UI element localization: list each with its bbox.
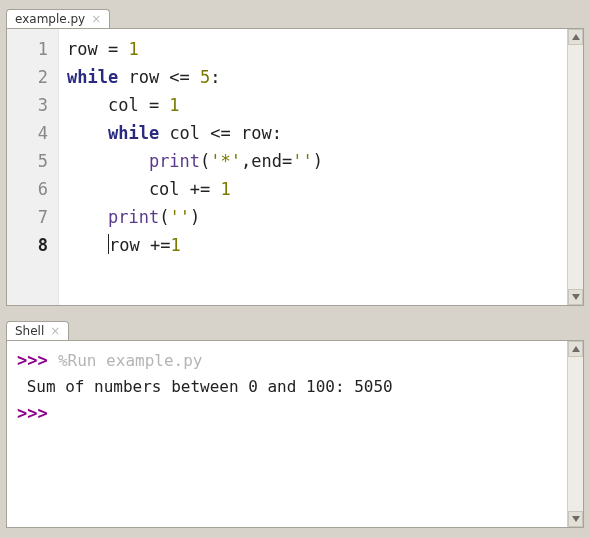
scroll-up-button[interactable] <box>568 29 583 45</box>
close-icon[interactable]: × <box>50 325 60 337</box>
line-number: 8 <box>7 231 48 259</box>
shell-line: >>> <box>17 400 557 427</box>
editor-scrollbar[interactable] <box>567 29 583 305</box>
shell-pane: Shell × >>> %Run example.py Sum of numbe… <box>0 312 590 534</box>
scroll-up-button[interactable] <box>568 341 583 357</box>
code-line[interactable]: print('') <box>67 203 559 231</box>
code-line[interactable]: col = 1 <box>67 91 559 119</box>
shell-output-area[interactable]: >>> %Run example.py Sum of numbers betwe… <box>7 341 567 527</box>
shell-line: Sum of numbers between 0 and 100: 5050 <box>17 374 557 400</box>
shell-line: >>> %Run example.py <box>17 347 557 374</box>
shell-tabrow: Shell × <box>6 316 584 340</box>
line-number: 4 <box>7 119 48 147</box>
shell-tab-label: Shell <box>15 324 44 338</box>
shell-prompt[interactable]: >>> <box>17 403 58 423</box>
editor-pane: example.py × 12345678 row = 1while row <… <box>0 0 590 312</box>
line-number: 6 <box>7 175 48 203</box>
code-line[interactable]: while row <= 5: <box>67 63 559 91</box>
shell-output: Sum of numbers between 0 and 100: 5050 <box>17 377 393 396</box>
chevron-down-icon <box>572 294 580 300</box>
scroll-down-button[interactable] <box>568 289 583 305</box>
code-line[interactable]: col += 1 <box>67 175 559 203</box>
chevron-up-icon <box>572 34 580 40</box>
scroll-down-button[interactable] <box>568 511 583 527</box>
code-line[interactable]: print('*',end='') <box>67 147 559 175</box>
editor-tab-label: example.py <box>15 12 85 26</box>
chevron-down-icon <box>572 516 580 522</box>
svg-marker-2 <box>572 346 580 352</box>
line-number: 7 <box>7 203 48 231</box>
close-icon[interactable]: × <box>91 13 101 25</box>
shell-panel: >>> %Run example.py Sum of numbers betwe… <box>6 340 584 528</box>
svg-marker-0 <box>572 34 580 40</box>
editor-code-area[interactable]: row = 1while row <= 5: col = 1 while col… <box>59 29 567 305</box>
scroll-track[interactable] <box>568 45 583 289</box>
code-line[interactable]: row = 1 <box>67 35 559 63</box>
svg-marker-1 <box>572 294 580 300</box>
shell-tab[interactable]: Shell × <box>6 321 69 341</box>
line-number: 3 <box>7 91 48 119</box>
editor-tab[interactable]: example.py × <box>6 9 110 29</box>
scroll-track[interactable] <box>568 357 583 511</box>
shell-prompt: >>> <box>17 350 58 370</box>
editor-gutter: 12345678 <box>7 29 59 305</box>
code-line[interactable]: row +=1 <box>67 231 559 259</box>
shell-scrollbar[interactable] <box>567 341 583 527</box>
editor-tabrow: example.py × <box>6 4 584 28</box>
chevron-up-icon <box>572 346 580 352</box>
line-number: 5 <box>7 147 48 175</box>
editor-panel: 12345678 row = 1while row <= 5: col = 1 … <box>6 28 584 306</box>
line-number: 1 <box>7 35 48 63</box>
code-line[interactable]: while col <= row: <box>67 119 559 147</box>
svg-marker-3 <box>572 516 580 522</box>
shell-command: %Run example.py <box>58 351 203 370</box>
line-number: 2 <box>7 63 48 91</box>
